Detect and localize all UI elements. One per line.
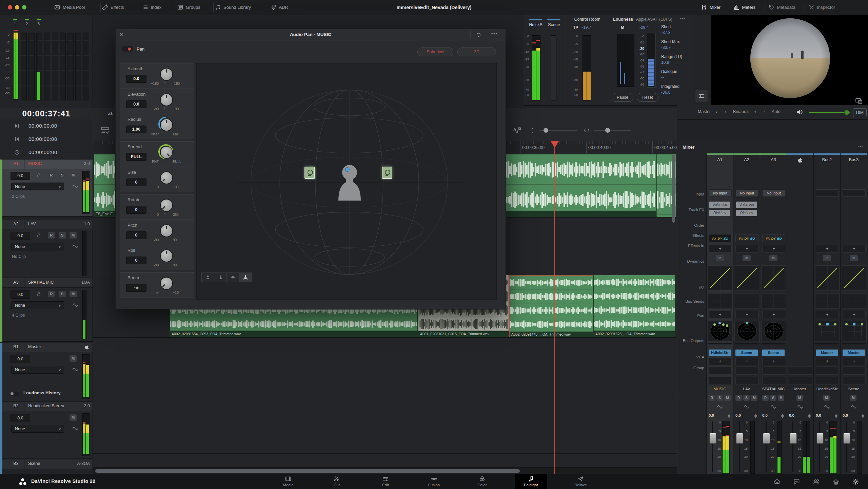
vertical-scrollbar-thumb[interactable] xyxy=(672,155,675,223)
cue-start-icon[interactable] xyxy=(14,136,20,142)
parameter-knob[interactable] xyxy=(160,199,173,212)
volume-slider-track[interactable] xyxy=(809,112,850,113)
pan-field[interactable] xyxy=(761,321,786,341)
track-effects-dropdown[interactable]: None∨ xyxy=(11,425,64,433)
effects-in-button[interactable]: In xyxy=(743,255,751,261)
bus-output-button[interactable]: Scene xyxy=(762,350,785,356)
track-mute-button[interactable]: M xyxy=(70,355,77,362)
group-field[interactable] xyxy=(789,377,812,385)
bus-send-add-button[interactable]: + xyxy=(762,311,785,318)
track-fx-chip[interactable]: Dial Lev xyxy=(709,210,730,216)
pan-field[interactable] xyxy=(842,321,867,341)
dialog-menu-icon[interactable]: ••• xyxy=(491,31,498,36)
page-tab-deliver[interactable]: Deliver xyxy=(565,475,596,489)
monitor-output-dropdown[interactable]: Binaural∨ xyxy=(733,109,749,114)
fader-stepper-up[interactable] xyxy=(862,414,864,416)
pan-3d-viewport[interactable] xyxy=(196,63,497,300)
group-field[interactable] xyxy=(735,377,758,385)
bus-output-button[interactable]: Scene xyxy=(735,350,758,356)
fader-gain-value[interactable]: 0.0 xyxy=(789,413,794,417)
track-header-A3[interactable]: A3SPATIAL MIC1OA xyxy=(2,278,93,288)
track-mute-button[interactable]: M xyxy=(70,291,77,297)
parameter-value-field[interactable]: 0.0 xyxy=(126,100,146,108)
group-field[interactable] xyxy=(816,377,839,385)
channel-input-button[interactable] xyxy=(843,189,866,197)
lock-icon[interactable] xyxy=(36,173,41,178)
vca-field[interactable] xyxy=(843,366,866,375)
dynamics-graph[interactable] xyxy=(815,265,840,290)
parameter-value-field[interactable]: 0 xyxy=(126,257,146,264)
bus-send-add-button[interactable]: + xyxy=(816,311,839,318)
fader-stepper-up[interactable] xyxy=(835,414,837,416)
minimize-window-button[interactable] xyxy=(15,5,19,10)
parameter-value-field[interactable]: 1.00 xyxy=(126,126,146,133)
track-fx-chip[interactable]: Voice Iso xyxy=(736,202,757,208)
meter-tab-scene[interactable]: Scene xyxy=(545,22,563,27)
track-effects-dropdown[interactable]: None∨ xyxy=(11,301,64,309)
channel-input-button[interactable]: No Input xyxy=(735,189,758,197)
speaker-icon[interactable] xyxy=(796,109,803,115)
home-icon[interactable] xyxy=(833,478,839,485)
group-field[interactable] xyxy=(762,377,785,385)
parameter-knob[interactable] xyxy=(160,277,173,290)
view-mode-button-perspective-view[interactable] xyxy=(239,272,252,282)
effects-in-button[interactable]: In xyxy=(850,255,858,261)
bus-output-add-button[interactable]: + xyxy=(762,358,785,365)
effects-add-button[interactable]: + xyxy=(709,245,732,252)
pan-field[interactable] xyxy=(815,321,840,341)
users-icon[interactable] xyxy=(813,478,820,485)
pan-position-dot[interactable] xyxy=(345,167,350,172)
vca-field[interactable] xyxy=(735,366,758,375)
eq-graph[interactable] xyxy=(842,293,866,309)
track-gain-field[interactable]: 0.0 xyxy=(11,414,30,422)
timeline-zoom-slider[interactable] xyxy=(594,130,631,131)
vca-field[interactable] xyxy=(709,366,732,375)
fader-stepper-down[interactable] xyxy=(862,416,864,418)
playhead-marker[interactable] xyxy=(551,141,559,148)
mixer-menu[interactable]: ••• xyxy=(858,145,863,149)
track-solo-button[interactable]: S xyxy=(59,172,66,178)
effects-in-button[interactable]: In xyxy=(823,255,831,261)
cloud-icon[interactable] xyxy=(774,478,780,485)
channel-header-label[interactable]: Bus3 xyxy=(841,157,867,162)
page-tab-edit[interactable]: Edit xyxy=(370,475,401,489)
eq-graph[interactable] xyxy=(762,293,786,309)
fader-stepper-up[interactable] xyxy=(781,414,784,416)
vca-field[interactable] xyxy=(816,366,839,375)
toolbar-button-inspector[interactable]: Inspector xyxy=(809,0,835,15)
track-mute-button[interactable]: M xyxy=(70,232,77,239)
settings-icon[interactable] xyxy=(852,478,859,485)
toolbar-button-media-pool[interactable]: Media Pool xyxy=(54,0,99,15)
effects-add-button[interactable]: + xyxy=(843,245,866,252)
parameter-value-field[interactable]: FULL xyxy=(126,153,146,161)
fader-track[interactable] xyxy=(792,421,793,472)
track-mute-button[interactable]: M xyxy=(70,414,77,421)
vca-field[interactable] xyxy=(789,366,812,375)
parameter-knob[interactable] xyxy=(160,146,173,159)
group-field[interactable] xyxy=(709,377,732,385)
track-gain-field[interactable]: 0.0 xyxy=(11,232,30,240)
fader-gain-value[interactable]: 0.0 xyxy=(735,413,741,417)
track-gain-field[interactable]: 0.0 xyxy=(11,172,30,180)
channel-input-button[interactable] xyxy=(816,189,839,197)
toolbar-button-groups[interactable]: Groups xyxy=(177,0,212,15)
meter-settings-button[interactable] xyxy=(695,90,708,102)
dynamics-graph[interactable] xyxy=(842,265,866,290)
bus-output-add-button[interactable]: + xyxy=(816,358,839,365)
track-header-A2[interactable]: A2LAV1.0 xyxy=(2,220,93,229)
channel-header-label[interactable]: Bus2 xyxy=(814,157,840,162)
track-record-arm-button[interactable]: R xyxy=(48,291,55,297)
channel-input-button[interactable]: No Input xyxy=(762,189,785,197)
pan-enable-toggle[interactable] xyxy=(122,46,133,52)
zoom-window-button[interactable] xyxy=(22,5,26,10)
track-mute-button[interactable]: M xyxy=(70,172,77,178)
loudness-menu[interactable]: ••• xyxy=(680,16,685,20)
toolbar-button-adr[interactable]: ADR xyxy=(271,0,297,15)
bus-output-button[interactable]: Master xyxy=(843,350,865,356)
clock-icon[interactable] xyxy=(14,150,20,155)
parameter-knob[interactable] xyxy=(160,68,173,81)
history-icon[interactable] xyxy=(476,32,481,38)
track-record-arm-button[interactable]: R xyxy=(48,232,55,239)
effects-add-button[interactable]: + xyxy=(762,245,785,252)
bus-send-add-button[interactable]: + xyxy=(735,311,758,318)
